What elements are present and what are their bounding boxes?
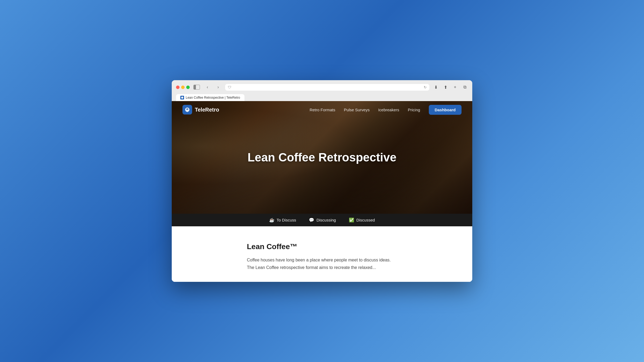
status-discussing-label: Discussing	[316, 218, 336, 222]
nav-pulse-surveys[interactable]: Pulse Surveys	[344, 108, 370, 112]
traffic-lights	[176, 86, 190, 89]
address-bar[interactable]	[233, 85, 422, 89]
status-discussed-label: Discussed	[356, 218, 375, 222]
chat-icon: 💬	[309, 217, 314, 223]
new-tab-button[interactable]: +	[452, 84, 458, 90]
browser-window: ‹ › 🛡 ↻ ⬇ ⬆ + ⧉	[172, 80, 472, 282]
logo-icon	[182, 105, 192, 114]
forward-icon: ›	[217, 85, 219, 90]
back-button[interactable]: ‹	[204, 83, 211, 91]
nav-pricing[interactable]: Pricing	[408, 108, 420, 112]
active-tab[interactable]: Lean Coffee Retrospective | TeleRetro	[176, 94, 244, 101]
share-button[interactable]: ⬆	[442, 84, 449, 90]
coffee-icon: ☕	[269, 217, 275, 223]
checkmark-icon: ✅	[349, 217, 354, 223]
status-discussed[interactable]: ✅ Discussed	[349, 217, 375, 223]
svg-point-0	[186, 108, 188, 110]
section-title: Lean Coffee™	[247, 242, 397, 251]
logo[interactable]: TeleRetro	[182, 105, 219, 114]
nav-icebreakers[interactable]: Icebreakers	[378, 108, 399, 112]
security-icon: 🛡	[228, 85, 231, 89]
hero-section: TeleRetro Retro Formats Pulse Surveys Ic…	[172, 101, 472, 214]
hero-title: Lean Coffee Retrospective	[247, 151, 396, 164]
close-button[interactable]	[176, 86, 180, 89]
nav-retro-formats[interactable]: Retro Formats	[310, 108, 335, 112]
tab-bar: Lean Coffee Retrospective | TeleRetro	[176, 93, 468, 101]
sidebar-toggle-button[interactable]	[193, 83, 200, 91]
refresh-button[interactable]: ↻	[424, 85, 427, 89]
minimize-button[interactable]	[181, 86, 185, 89]
status-to-discuss[interactable]: ☕ To Discuss	[269, 217, 296, 223]
logo-text: TeleRetro	[195, 107, 219, 113]
status-discussing[interactable]: 💬 Discussing	[309, 217, 336, 223]
navigation: TeleRetro Retro Formats Pulse Surveys Ic…	[172, 101, 472, 118]
browser-chrome: ‹ › 🛡 ↻ ⬇ ⬆ + ⧉	[172, 80, 472, 101]
back-icon: ‹	[207, 85, 208, 90]
download-button[interactable]: ⬇	[433, 84, 439, 90]
address-bar-container: 🛡 ↻	[225, 84, 429, 91]
website-content: TeleRetro Retro Formats Pulse Surveys Ic…	[172, 101, 472, 282]
browser-top-bar: ‹ › 🛡 ↻ ⬇ ⬆ + ⧉	[176, 83, 468, 91]
maximize-button[interactable]	[186, 86, 190, 89]
content-section: Lean Coffee™ Coffee houses have long bee…	[172, 226, 472, 282]
section-text: Coffee houses have long been a place whe…	[247, 256, 397, 271]
tab-favicon	[180, 96, 184, 99]
nav-links: Retro Formats Pulse Surveys Icebreakers …	[310, 105, 462, 115]
dashboard-button[interactable]: Dashboard	[429, 105, 462, 115]
browser-actions: ⬇ ⬆ + ⧉	[433, 84, 468, 90]
forward-button[interactable]: ›	[214, 83, 222, 91]
status-bar: ☕ To Discuss 💬 Discussing ✅ Discussed	[172, 214, 472, 226]
tab-label: Lean Coffee Retrospective | TeleRetro	[186, 96, 240, 99]
status-to-discuss-label: To Discuss	[277, 218, 296, 222]
tab-overview-button[interactable]: ⧉	[462, 84, 468, 90]
